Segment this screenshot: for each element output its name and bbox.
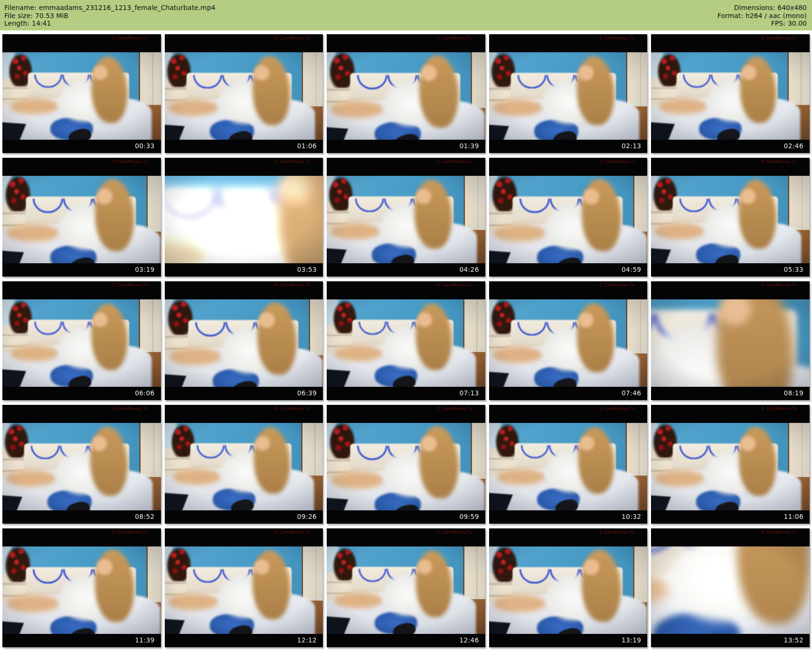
timestamp-label: 13:52 [784,636,803,644]
video-thumbnail: © CamWhores.Tv [165,34,323,153]
watermark-text: © CamWhores.Tv [761,159,797,164]
dimensions-label: Dimensions: [734,4,775,11]
watermark-text: © CamWhores.Tv [761,406,797,411]
letterbox-top-bar: © CamWhores.Tv [651,405,810,423]
letterbox-top-bar: © CamWhores.Tv [165,281,323,299]
video-thumbnail: © CamWhores.Tv [651,158,810,277]
foreground-blob [654,223,705,239]
watermark-text: © CamWhores.Tv [274,159,311,164]
timestamp-label: 01:06 [297,142,317,150]
thumbnail-scene [165,176,323,263]
face-blob [417,313,432,327]
face-blob [578,66,594,80]
letterbox-top-bar: © CamWhores.Tv [2,405,161,423]
foreground-blob [5,470,56,487]
letterbox-top-bar: © CamWhores.Tv [2,158,161,176]
video-frame-placeholder [327,423,485,510]
foreground-blob [330,223,380,239]
video-frame-placeholder [489,546,648,634]
video-thumbnail: © CamWhores.Tv [2,281,161,400]
watermark-text: © CamWhores.Tv [112,530,148,535]
filesize-label: File size: [4,12,33,19]
thumbnail-scene [2,546,161,634]
video-frame-placeholder [489,176,648,263]
face-blob [254,560,269,574]
letterbox-top-bar: © CamWhores.Tv [2,528,161,546]
face-blob [578,313,594,327]
thumbnail-scene [489,546,648,634]
foreground-blob [172,469,221,485]
length-label: Length: [4,19,29,27]
video-frame-placeholder [165,52,323,140]
video-frame-placeholder [165,176,323,263]
video-thumbnail: © CamWhores.Tv [2,34,161,153]
thumbnail-scene [651,423,810,510]
thumbnail-scene [651,299,810,387]
video-frame-placeholder [165,546,323,634]
foreground-blob [492,346,543,363]
letterbox-top-bar: © CamWhores.Tv [327,405,485,423]
timestamp-label: 04:59 [622,266,641,273]
timestamp-label: 13:19 [622,636,641,644]
fps-line: FPS:30.00 [718,19,807,28]
letterbox-top-bar: © CamWhores.Tv [327,34,485,52]
video-thumbnail: © CamWhores.Tv [165,281,323,400]
watermark-text: © CamWhores.Tv [761,36,797,40]
filesize-value: 70.53 MiB [35,12,68,19]
timestamp-label: 06:06 [135,389,154,397]
thumbnail-scene [651,52,810,140]
video-thumbnail: © CamWhores.Tv [327,528,485,647]
watermark-text: © CamWhores.Tv [599,530,635,535]
timestamp-label: 10:32 [622,513,641,520]
video-thumbnail: © CamWhores.Tv [327,281,485,400]
video-frame-placeholder [2,176,161,263]
watermark-text: © CamWhores.Tv [599,283,635,287]
watermark-text: © CamWhores.Tv [436,283,472,287]
timestamp-label: 09:59 [459,513,479,520]
thumbnail-scene [165,423,323,510]
video-frame-placeholder [2,52,161,140]
video-frame-placeholder [489,299,648,387]
letterbox-top-bar: © CamWhores.Tv [165,34,323,52]
thumbnail-scene [2,423,161,510]
video-frame-placeholder [651,176,810,263]
foreground-blob [654,470,705,487]
letterbox-top-bar: © CamWhores.Tv [489,281,648,299]
timestamp-label: 03:19 [135,266,154,273]
video-frame-placeholder [489,52,648,140]
foreground-blob [334,592,383,608]
filename-line: Filename:emmaadams_231216_1213_female_Ch… [4,4,215,12]
face-blob [583,559,599,575]
watermark-text: © CamWhores.Tv [599,159,635,164]
face-blob [93,313,108,327]
watermark-text: © CamWhores.Tv [436,159,472,164]
thumbnail-scene [489,423,648,510]
dimensions-value: 640x480 [777,4,807,11]
filesize-line: File size:70.53 MiB [4,12,215,20]
timestamp-label: 07:46 [622,389,641,397]
thumbnail-scene [327,423,485,510]
letterbox-top-bar: © CamWhores.Tv [2,281,161,299]
foreground-blob [6,594,59,612]
thumbnail-grid: © CamWhores.Tv [0,30,812,649]
video-thumbnail: © CamWhores.Tv [2,528,161,647]
video-frame-placeholder [651,546,810,634]
face-blob [255,436,270,450]
foreground-blob [492,99,543,116]
foreground-blob [493,224,546,241]
foreground-blob [330,471,384,488]
length-value: 14:41 [32,19,51,27]
video-frame-placeholder [2,546,161,634]
timestamp-label: 12:12 [297,636,317,644]
video-thumbnail: © CamWhores.Tv [651,528,810,647]
format-label: Format: [718,12,743,19]
watermark-text: © CamWhores.Tv [274,36,311,40]
watermark-text: © CamWhores.Tv [436,530,472,535]
file-metadata-block: Filename:emmaadams_231216_1213_female_Ch… [4,4,215,28]
face-blob [259,312,275,328]
face-blob [92,436,107,451]
video-frame-placeholder [327,299,485,387]
foreground-blob [168,594,218,610]
watermark-text: © CamWhores.Tv [761,530,797,535]
face-blob [93,66,108,80]
